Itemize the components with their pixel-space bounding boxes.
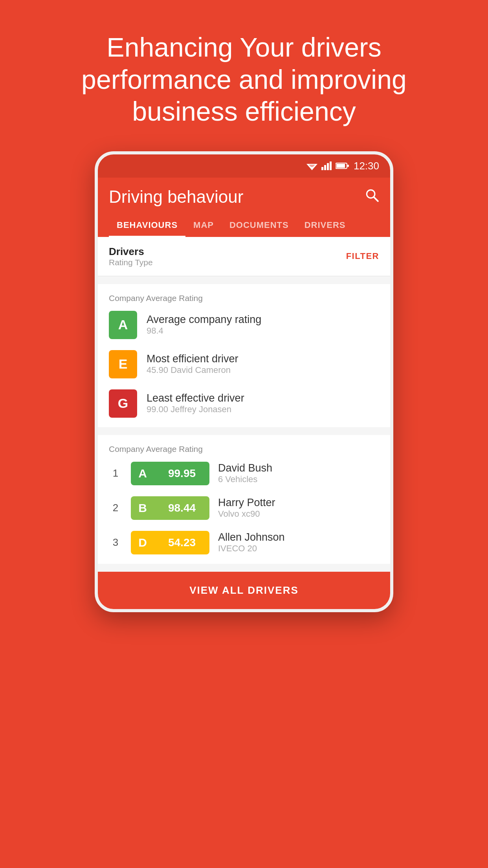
svg-marker-3 [310, 167, 314, 170]
driver-info: Allen Johnson IVECO 20 [218, 531, 285, 554]
app-bar-top: Driving behaviour [109, 187, 379, 207]
rating-badge-a: A [109, 311, 137, 339]
tab-map[interactable]: MAP [185, 215, 222, 237]
battery-icon [336, 162, 349, 169]
svg-rect-9 [336, 164, 345, 168]
search-button[interactable] [364, 187, 379, 206]
rating-badge-e: E [109, 350, 137, 378]
filter-title: Drivers [109, 246, 153, 258]
driver-info: David Bush 6 Vehicles [218, 462, 272, 484]
score-badge: B 98.44 [131, 496, 209, 520]
content-area: Drivers Rating Type FILTER Company Avera… [98, 237, 390, 609]
leaderboard-title: Company Average Rating [109, 444, 379, 454]
company-average-card: Company Average Rating A Average company… [98, 284, 390, 427]
tab-bar: BEHAVIOURS MAP DOCUMENTS DRIVERS [109, 215, 379, 237]
status-time: 12:30 [354, 160, 379, 172]
company-average-title: Company Average Rating [109, 294, 379, 303]
list-item: G Least effective driver 99.00 Jeffrey J… [109, 389, 379, 418]
rating-name: Least effective driver [147, 392, 244, 404]
list-item: 1 A 99.95 David Bush 6 Vehicles [109, 462, 379, 485]
filter-header-info: Drivers Rating Type [109, 246, 153, 267]
filter-button[interactable]: FILTER [346, 251, 379, 261]
svg-rect-6 [327, 163, 329, 170]
rating-info: Least effective driver 99.00 Jeffrey Jon… [147, 392, 244, 415]
rank-number: 2 [109, 502, 122, 514]
driver-detail: 6 Vehicles [218, 474, 272, 484]
rating-info: Average company rating 98.4 [147, 314, 261, 336]
score-letter: D [131, 531, 154, 554]
score-value: 99.95 [154, 462, 209, 485]
score-letter: B [131, 496, 154, 520]
app-bar: Driving behaviour BEHAVIOURS MAP DOCUMEN… [98, 178, 390, 237]
rating-detail: 45.90 David Cameron [147, 365, 238, 375]
hero-headline: Enhancing Your drivers performance and i… [28, 0, 460, 151]
rank-number: 3 [109, 536, 122, 549]
view-all-drivers-button[interactable]: VIEW ALL DRIVERS [98, 572, 390, 609]
rating-info: Most efficient driver 45.90 David Camero… [147, 353, 238, 375]
list-item: 2 B 98.44 Harry Potter Volvo xc90 [109, 496, 379, 520]
rating-name: Most efficient driver [147, 353, 238, 365]
driver-name: David Bush [218, 462, 272, 474]
app-title: Driving behaviour [109, 187, 243, 207]
driver-name: Allen Johnson [218, 531, 285, 543]
score-value: 54.23 [154, 531, 209, 554]
svg-rect-7 [330, 161, 332, 170]
score-badge: A 99.95 [131, 462, 209, 485]
rank-number: 1 [109, 467, 122, 479]
status-icons [306, 161, 349, 170]
driver-detail: Volvo xc90 [218, 509, 275, 519]
rating-detail: 98.4 [147, 326, 261, 336]
rating-detail: 99.00 Jeffrey Jonasen [147, 404, 244, 415]
phone-frame: 12:30 Driving behaviour BEHAVIOURS MAP D… [95, 151, 393, 612]
status-bar: 12:30 [98, 154, 390, 178]
driver-info: Harry Potter Volvo xc90 [218, 497, 275, 519]
filter-header: Drivers Rating Type FILTER [98, 237, 390, 276]
svg-rect-10 [347, 165, 349, 167]
driver-name: Harry Potter [218, 497, 275, 509]
driver-detail: IVECO 20 [218, 543, 285, 554]
list-item: E Most efficient driver 45.90 David Came… [109, 350, 379, 378]
tab-documents[interactable]: DOCUMENTS [222, 215, 297, 237]
list-item: A Average company rating 98.4 [109, 311, 379, 339]
rating-badge-g: G [109, 389, 137, 418]
score-badge: D 54.23 [131, 531, 209, 554]
signal-icon [321, 161, 332, 170]
svg-line-12 [374, 197, 378, 201]
score-letter: A [131, 462, 154, 485]
svg-rect-4 [321, 167, 323, 170]
tab-behaviours[interactable]: BEHAVIOURS [109, 215, 185, 237]
svg-rect-5 [324, 165, 326, 170]
list-item: 3 D 54.23 Allen Johnson IVECO 20 [109, 531, 379, 554]
rating-name: Average company rating [147, 314, 261, 326]
leaderboard-card: Company Average Rating 1 A 99.95 David B… [98, 435, 390, 564]
filter-subtitle: Rating Type [109, 258, 153, 267]
score-value: 98.44 [154, 496, 209, 520]
tab-drivers[interactable]: DRIVERS [297, 215, 354, 237]
wifi-icon [306, 161, 317, 170]
